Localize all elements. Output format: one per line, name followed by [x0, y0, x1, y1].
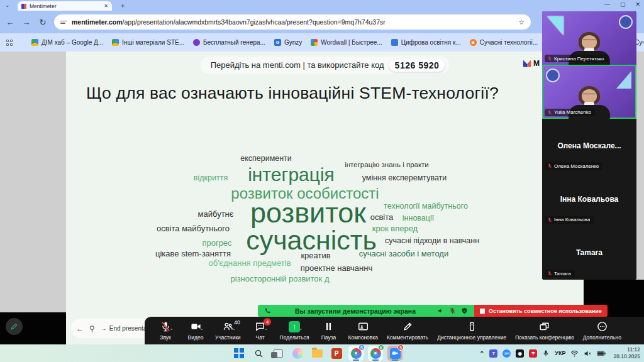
- bookmark-label: Бесплатный генера...: [203, 39, 265, 46]
- toolbar-pencil-button[interactable]: Комментировать: [383, 319, 432, 343]
- participant-tile[interactable]: TamaraTamara: [542, 226, 636, 280]
- participant-tile[interactable]: Інна КовальоваІнна Ковальова: [542, 172, 636, 226]
- share-icon: ↑⌄: [289, 321, 300, 332]
- taskbar-task-view-icon[interactable]: [270, 346, 286, 361]
- new-tab-button[interactable]: +: [121, 2, 125, 9]
- annotate-button[interactable]: [6, 318, 23, 335]
- join-banner-text: Перейдіть на menti.com | та використайте…: [211, 60, 384, 70]
- back-icon[interactable]: ←: [5, 18, 15, 27]
- language-indicator[interactable]: УКР: [555, 350, 565, 356]
- toolbar-mouse-button[interactable]: Дистанционное управление: [433, 319, 510, 343]
- battery-icon[interactable]: [597, 351, 606, 356]
- cloud-word: сучасність: [246, 227, 377, 254]
- gynzy-favicon: G: [274, 39, 281, 46]
- app-badge: K: [378, 344, 384, 351]
- bookmark-item[interactable]: ДІМ хаб – Google Д...: [31, 39, 103, 46]
- people-icon: 40⌄: [223, 321, 233, 332]
- taskbar-copilot-icon[interactable]: [290, 346, 305, 361]
- cloud-word: прогрес: [202, 239, 231, 247]
- apps-grid-icon[interactable]: [6, 40, 13, 46]
- participant-tile[interactable]: Кристина Перетятько: [542, 11, 636, 65]
- chevron-down-icon[interactable]: ⌄: [299, 326, 303, 331]
- more-icon: [597, 321, 608, 332]
- taskbar-start-icon[interactable]: [231, 346, 247, 361]
- bookmark-label: Інші матеріали STE...: [122, 39, 184, 46]
- volume-muted-icon[interactable]: [584, 350, 592, 357]
- clock[interactable]: 11:12 28.10.2025: [613, 346, 640, 359]
- running-indicator: [372, 359, 379, 361]
- taskbar-powerpoint-icon[interactable]: P: [329, 346, 344, 361]
- chevron-down-icon[interactable]: ⌄: [200, 326, 204, 331]
- tab-search-icon[interactable]: ⌄: [5, 2, 10, 8]
- stem-logo-icon: [619, 15, 633, 29]
- bookmark-label: Wordwall | Быстрее...: [321, 39, 382, 46]
- bookmark-item[interactable]: Бесплатный генера...: [193, 39, 265, 46]
- bookmark-item[interactable]: Цифрова освітня к...: [391, 39, 461, 46]
- end-presentation-button[interactable]: →End presentation: [101, 325, 148, 332]
- toolbar-label: Чат: [256, 334, 265, 341]
- browser-tab-mentimeter[interactable]: Mentimeter ✕: [18, 1, 112, 11]
- taskbar-search-icon[interactable]: [251, 346, 266, 361]
- site-settings-icon[interactable]: [60, 21, 67, 24]
- reload-icon[interactable]: ↻: [38, 18, 48, 27]
- video-panel: Кристина ПеретятькоYulia MarchenkoОлена …: [542, 11, 636, 280]
- chevron-down-icon[interactable]: ⌄: [232, 326, 236, 331]
- minimize-icon[interactable]: —: [604, 1, 610, 8]
- toolbar-label: Комментировать: [387, 334, 428, 341]
- zoom-tray-icon[interactable]: zm: [502, 349, 511, 358]
- toolbar-mic-muted-button[interactable]: ⌄Звук: [151, 319, 180, 343]
- toolbar-label: Показать конференцию: [515, 334, 574, 341]
- pointer-icon[interactable]: ⚲: [89, 324, 95, 333]
- tab-close-icon[interactable]: ✕: [104, 3, 108, 9]
- toolbar-windows-button[interactable]: Показать конференцию: [511, 319, 578, 343]
- stop-share-button[interactable]: Остановить совместное использование: [474, 305, 608, 317]
- toolbar-camera-button[interactable]: ⌄Видео: [181, 319, 210, 343]
- camera-app-tray-icon[interactable]: ◉: [516, 349, 524, 358]
- toolbar-more-button[interactable]: Дополнительно: [579, 319, 625, 343]
- maximize-icon[interactable]: ▢: [620, 1, 626, 8]
- taskbar-explorer-icon[interactable]: [309, 346, 325, 361]
- avira-tray-icon[interactable]: ☂: [529, 349, 537, 358]
- toolbar-pause-button[interactable]: Пауза: [314, 319, 343, 343]
- close-icon[interactable]: ✕: [635, 1, 640, 8]
- taskbar-chrome-s-icon[interactable]: S: [348, 346, 364, 361]
- toolbar-label: Пауза: [321, 334, 336, 341]
- url-text: mentimeter.com/app/presentation/alacwmdx…: [72, 18, 514, 26]
- chevron-down-icon[interactable]: ⌄: [264, 326, 268, 331]
- bookmark-star-icon[interactable]: ☆: [518, 18, 525, 26]
- taskbar-zoom-app-icon[interactable]: 5: [387, 346, 402, 361]
- url-bar[interactable]: mentimeter.com/app/presentation/alacwmdx…: [54, 14, 531, 30]
- presentation-controls: ← ⚲ →End presentation: [71, 319, 148, 338]
- toolbar-layout-button[interactable]: Компоновка: [345, 319, 382, 343]
- wifi-icon[interactable]: [570, 350, 579, 357]
- participant-tile[interactable]: Олена Москале...Олена Москаленко: [542, 119, 636, 172]
- mic-tray-icon[interactable]: [542, 349, 550, 357]
- cloud-word: креатив: [301, 251, 330, 260]
- toolbar-people-button[interactable]: 40⌄Участники: [211, 319, 245, 343]
- taskbar-chrome-k-icon[interactable]: K: [368, 346, 383, 361]
- prev-slide-icon[interactable]: ←: [76, 324, 84, 333]
- screenshare-message: Вы запустили демонстрацию экрана: [295, 307, 416, 315]
- toolbar-share-button[interactable]: ↑⌄Поделиться: [276, 319, 313, 343]
- teams-tray-icon[interactable]: T: [489, 349, 497, 358]
- mic-muted-icon: ⌄: [160, 321, 171, 332]
- browser-titlebar: ⌄ Mentimeter ✕ + — ▢ ✕: [0, 0, 644, 11]
- forward-icon[interactable]: →: [21, 18, 31, 27]
- tray-expand-icon[interactable]: ⌃: [479, 350, 484, 357]
- toolbar-chat-button[interactable]: 4⌄Чат: [246, 319, 275, 343]
- toolbar-label: Звук: [160, 334, 170, 341]
- bookmark-item[interactable]: Інші матеріали STE...: [112, 39, 184, 46]
- cloud-word: уміння експеремтувати: [362, 174, 447, 182]
- participant-label: Кристина Перетятько: [545, 55, 608, 62]
- chevron-down-icon[interactable]: ⌄: [170, 326, 174, 331]
- participant-label: Інна Ковальова: [545, 216, 594, 224]
- bookmark-item[interactable]: GGynzy: [274, 39, 302, 46]
- app-badge: 5: [397, 344, 404, 351]
- mentimeter-brand: M: [523, 59, 540, 68]
- participant-tile[interactable]: Yulia Marchenko: [542, 65, 636, 118]
- participants-count-badge: 40: [234, 319, 240, 326]
- bookmark-item[interactable]: BСучасні технології...: [470, 39, 538, 46]
- tray-time: 11:12: [613, 346, 640, 353]
- running-indicator: [353, 359, 359, 361]
- bookmark-item[interactable]: Wordwall | Быстрее...: [311, 39, 382, 46]
